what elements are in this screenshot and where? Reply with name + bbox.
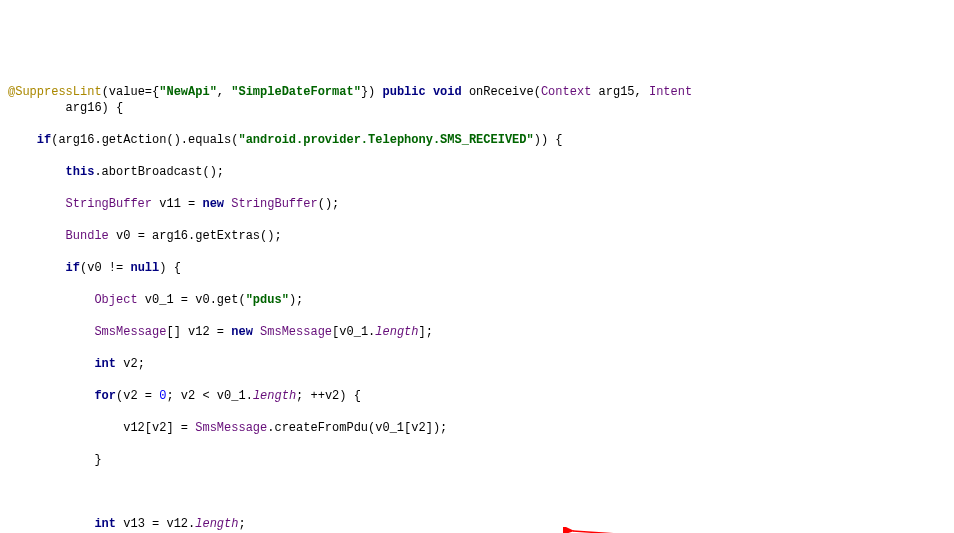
arrow-icon <box>563 527 783 533</box>
code-line: } <box>8 452 946 468</box>
code-line: StringBuffer v11 = new StringBuffer(); <box>8 196 946 212</box>
code-line: Object v0_1 = v0.get("pdus"); <box>8 292 946 308</box>
code-line: Bundle v0 = arg16.getExtras(); <box>8 228 946 244</box>
code-line: if(v0 != null) { <box>8 260 946 276</box>
code-block: @SuppressLint(value={"NewApi", "SimpleDa… <box>8 68 946 533</box>
code-line: int v2; <box>8 356 946 372</box>
code-line: v12[v2] = SmsMessage.createFromPdu(v0_1[… <box>8 420 946 436</box>
code-line: if(arg16.getAction().equals("android.pro… <box>8 132 946 148</box>
code-line: SmsMessage[] v12 = new SmsMessage[v0_1.l… <box>8 324 946 340</box>
code-line: @SuppressLint(value={"NewApi", "SimpleDa… <box>8 84 946 116</box>
code-line: for(v2 = 0; v2 < v0_1.length; ++v2) { <box>8 388 946 404</box>
code-line <box>8 484 946 500</box>
code-line: this.abortBroadcast(); <box>8 164 946 180</box>
code-line: int v13 = v12.length; <box>8 516 946 532</box>
